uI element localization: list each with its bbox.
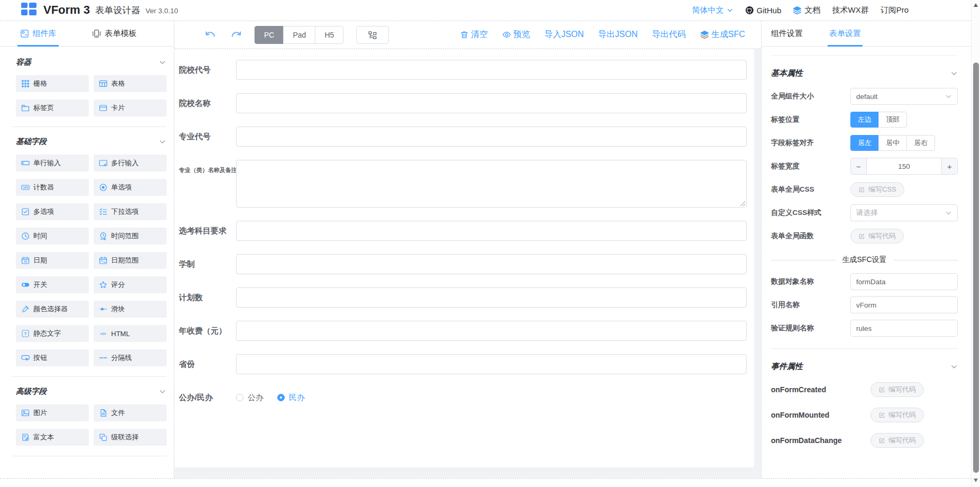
stepper-increase-button[interactable]: + <box>941 158 957 174</box>
label-position-option[interactable]: 左边 <box>850 112 879 128</box>
generate-sfc-button[interactable]: 生成SFC <box>700 29 745 40</box>
panel-row-form-data-name: 数据对象名称formData <box>771 273 958 290</box>
widget-item[interactable]: 时间 <box>16 228 89 245</box>
form-ref-name-input[interactable]: vForm <box>850 296 958 313</box>
section-header[interactable]: 基础字段 <box>16 137 166 147</box>
label-align-option[interactable]: 居右 <box>906 135 935 151</box>
widget-item[interactable]: 栅格 <box>16 75 89 92</box>
custom-css-class-select[interactable]: 请选择 <box>850 204 958 221</box>
scrollbar-down-arrow[interactable] <box>974 479 978 482</box>
text-input[interactable] <box>236 60 747 80</box>
scrollbar-thumb[interactable] <box>973 62 979 473</box>
edit-pen-icon <box>878 386 885 393</box>
section-items: 图片文件富文本级联选择 <box>0 404 174 446</box>
widget-item[interactable]: T静态文字 <box>16 325 89 342</box>
radio-option[interactable]: 民办 <box>277 393 305 403</box>
widget-item[interactable]: 多行输入 <box>94 155 167 172</box>
preview-button[interactable]: 预览 <box>502 29 530 40</box>
subscribe-pro-link[interactable]: 订阅Pro <box>881 5 909 15</box>
export-json-button[interactable]: 导出JSON <box>598 29 638 40</box>
clear-button[interactable]: 清空 <box>460 29 488 40</box>
widget-item[interactable]: 评分 <box>94 276 167 293</box>
github-link[interactable]: GitHub <box>745 6 782 15</box>
text-input[interactable] <box>236 254 747 274</box>
widget-item[interactable]: 下拉选项 <box>94 203 167 220</box>
sidebar-tab-widget-lib[interactable]: 组件库 <box>0 21 76 46</box>
undo-button[interactable] <box>204 29 215 41</box>
text-input[interactable] <box>236 127 747 147</box>
event-props-header[interactable]: 事件属性 <box>771 362 958 372</box>
form-field-row: 选考科目要求 <box>179 221 747 241</box>
text-input[interactable] <box>236 221 747 241</box>
widget-item[interactable]: 级联选择 <box>94 429 167 446</box>
text-input[interactable] <box>236 321 747 341</box>
label-position-option[interactable]: 顶部 <box>878 112 907 128</box>
label-align-option[interactable]: 居中 <box>878 135 907 151</box>
text-input[interactable] <box>236 354 747 374</box>
form-surface[interactable]: 院校代号院校名称专业代号专业（类）名称及备注选考科目要求学制计划数年收费（元）省… <box>175 49 754 467</box>
widget-item[interactable]: 卡片 <box>94 100 167 116</box>
radio-option[interactable]: 公办 <box>236 393 264 403</box>
text-input[interactable] <box>236 93 747 113</box>
device-mode-pad[interactable]: Pad <box>283 26 315 44</box>
widget-item[interactable]: 表格 <box>94 75 167 92</box>
form-css-button[interactable]: 编写CSS <box>850 182 904 197</box>
import-json-button[interactable]: 导入JSON <box>545 29 584 40</box>
textarea-input[interactable] <box>236 160 747 208</box>
widget-item[interactable]: 标签页 <box>16 100 89 116</box>
widget-item[interactable]: 图片 <box>16 404 89 421</box>
sfc-settings-title: 生成SFC设置 <box>842 255 887 265</box>
scrollbar-up-arrow[interactable] <box>974 3 978 7</box>
wx-group-link[interactable]: 技术WX群 <box>832 5 868 15</box>
text-input[interactable] <box>236 287 747 308</box>
sidebar-tab-form-template[interactable]: 表单模板 <box>76 21 152 46</box>
toolbar-actions: 清空预览导入JSON导出JSON导出代码生成SFC <box>460 29 745 40</box>
widget-item[interactable]: 颜色选择器 <box>16 301 89 318</box>
onFormDataChange-button[interactable]: 编写代码 <box>870 433 924 448</box>
form-data-name-input[interactable]: formData <box>850 273 958 290</box>
slider-icon <box>99 305 107 313</box>
form-field-row: 计划数 <box>179 287 747 308</box>
page-scrollbar[interactable] <box>971 0 980 487</box>
chevron-down-icon <box>950 363 958 371</box>
language-select[interactable]: 简体中文 <box>692 5 733 15</box>
panel-row-form-css: 表单全局CSS编写CSS <box>771 181 958 198</box>
onFormMounted-button[interactable]: 编写代码 <box>870 408 924 422</box>
node-tree-button[interactable] <box>356 26 389 44</box>
widget-item[interactable]: 分隔线 <box>94 349 167 366</box>
widget-item[interactable]: 123计数器 <box>16 179 89 196</box>
widget-item[interactable]: 多选项 <box>16 203 89 220</box>
label-width-value[interactable]: 150 <box>867 158 941 174</box>
widget-item[interactable]: 19日期 <box>16 252 89 269</box>
widget-item[interactable]: </>HTML <box>94 325 167 342</box>
section-header[interactable]: 高级字段 <box>16 386 166 396</box>
section-header[interactable]: 容器 <box>16 57 166 67</box>
svg-text:123: 123 <box>23 186 28 189</box>
widget-item[interactable]: 富文本 <box>16 429 89 446</box>
form-functions-button-label: 编写代码 <box>868 231 896 241</box>
widget-item[interactable]: 文件 <box>94 404 167 421</box>
widget-item[interactable]: 单选项 <box>94 179 167 196</box>
label-align-option[interactable]: 居左 <box>850 135 879 151</box>
radio-option-label: 民办 <box>289 393 305 403</box>
onFormCreated-button[interactable]: 编写代码 <box>870 382 924 397</box>
panel-tab-form-settings[interactable]: 表单设置 <box>829 21 861 46</box>
widget-item[interactable]: 开关 <box>16 276 89 293</box>
panel-tab-widget-settings[interactable]: 组件设置 <box>771 21 803 46</box>
device-mode-pc[interactable]: PC <box>255 26 284 44</box>
basic-props-header[interactable]: 基本属性 <box>771 68 958 78</box>
widget-item[interactable]: 单行输入 <box>16 155 89 172</box>
global-size-select[interactable]: default <box>850 88 958 105</box>
rules-name-input[interactable]: rules <box>850 320 958 337</box>
stepper-decrease-button[interactable]: − <box>851 158 867 174</box>
widget-item[interactable]: 时间范围 <box>94 228 167 245</box>
widget-item[interactable]: 日期范围 <box>94 252 167 269</box>
form-functions-button[interactable]: 编写代码 <box>850 229 904 244</box>
export-code-button[interactable]: 导出代码 <box>652 29 686 40</box>
section-divider <box>12 456 166 456</box>
widget-item[interactable]: 滑块 <box>94 301 167 318</box>
docs-link[interactable]: 文档 <box>793 5 820 15</box>
redo-button[interactable] <box>231 29 243 41</box>
device-mode-h5[interactable]: H5 <box>315 26 343 44</box>
widget-item[interactable]: 按钮 <box>16 349 89 366</box>
